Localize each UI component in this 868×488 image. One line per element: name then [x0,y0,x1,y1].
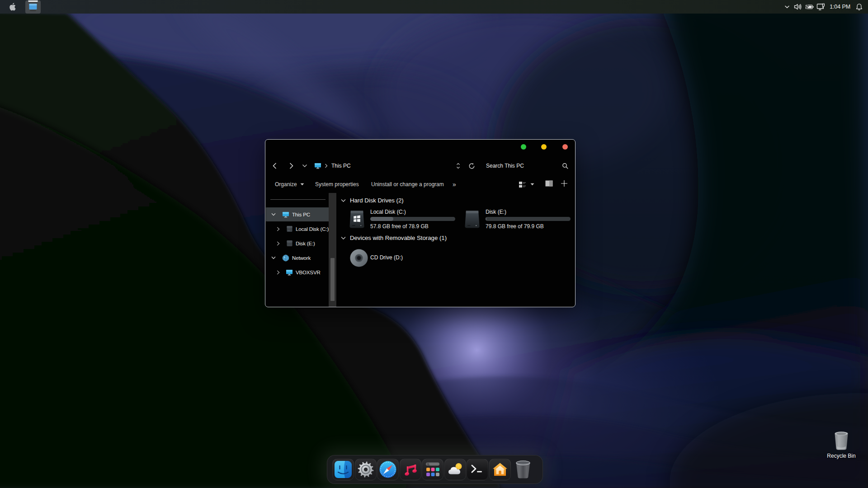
network-button[interactable] [815,0,826,14]
group-collapse-icon [341,236,346,240]
group-header-hard-disks[interactable]: Hard Disk Drives (2) [341,197,404,204]
scrollbar-thumb[interactable] [330,258,335,301]
menubar: 1:04 PM [0,0,868,14]
volume-button[interactable] [793,0,803,14]
address-dropdown-spinner[interactable] [456,163,460,169]
toolbar-overflow-button[interactable]: » [453,181,456,188]
dock-item-music[interactable] [400,459,421,480]
desktop-recycle-bin[interactable]: Recycle Bin [819,430,864,459]
clock[interactable]: 1:04 PM [826,4,854,10]
dropdown-arrow-icon [300,183,304,186]
change-view-button[interactable] [519,181,534,188]
drive-name: Disk (E:) [486,209,506,215]
hard-disk-icon [286,225,293,232]
cd-drive-icon [349,249,368,267]
dock-item-terminal[interactable] [467,459,488,480]
sidebar-item-label: Local Disk (C:) [296,226,329,232]
drive-usage-fill [486,217,486,221]
tree-expand-toggle[interactable] [271,256,276,260]
apple-icon [9,3,16,11]
battery-charging-icon [805,4,814,10]
network-pc-icon [286,269,293,276]
battery-button[interactable] [803,0,815,14]
refresh-button[interactable] [468,163,475,169]
sidebar-item-label: Network [292,255,311,261]
drive-free-space: 79.8 GB free of 79.9 GB [486,224,544,230]
tree-expand-toggle[interactable] [276,270,280,275]
navigation-pane: This PC Local Disk (C:) Disk (E:) Networ… [265,193,329,307]
dock-item-weather[interactable] [444,459,466,480]
this-pc-icon [314,163,321,169]
nav-forward-button[interactable] [288,162,295,169]
tree-item-icon [282,211,289,218]
dock-item-finder[interactable] [332,459,354,480]
organize-menu[interactable]: Organize [275,181,304,188]
taskbar-file-explorer-button[interactable] [25,0,41,14]
uninstall-program-button[interactable]: Uninstall or change a program [371,181,444,188]
drive-name: CD Drive (D:) [370,255,403,261]
location-icon [314,163,321,169]
weather-icon [446,460,465,479]
window-close-button[interactable] [562,144,568,150]
sidebar-item-label: VBOXSVR [296,270,321,275]
tree-item-icon [286,225,293,233]
drive-cd-d[interactable]: CD Drive (D:) [348,248,457,269]
group-title: Hard Disk Drives (2) [350,197,404,204]
drive-local-disk-c[interactable]: Local Disk (C:) 57.8 GB free of 78.9 GB [348,209,457,232]
window-minimize-button[interactable] [521,144,526,150]
drive-usage-bar [370,217,455,221]
drive-name: Local Disk (C:) [370,209,406,215]
breadcrumb-location[interactable]: This PC [331,163,351,169]
group-collapse-toggle[interactable] [341,236,346,240]
recycle-bin-icon [833,430,849,451]
expand-ribbon-button[interactable] [561,180,568,189]
search-button[interactable] [562,163,568,169]
window-titlebar[interactable] [265,140,575,156]
bell-icon [855,3,863,11]
apple-menu[interactable] [9,3,16,11]
tree-expand-toggle[interactable] [276,241,280,246]
group-header-removable[interactable]: Devices with Removable Storage (1) [341,235,447,241]
sidebar-item-vboxsvr[interactable]: VBOXSVR [266,265,329,279]
search-box[interactable]: Search This PC [486,163,524,169]
recent-locations-button[interactable] [302,164,307,168]
tree-item-icon [282,254,289,262]
system-properties-button[interactable]: System properties [315,181,359,188]
breadcrumb-separator [325,164,328,168]
tree-expand-toggle[interactable] [276,227,280,231]
drive-free-space: 57.8 GB free of 78.9 GB [370,224,429,230]
hard-drive-icon [464,210,481,229]
nav-back-button[interactable] [271,162,278,169]
group-collapse-toggle[interactable] [341,199,346,202]
sidebar-item-network[interactable]: Network [266,251,329,265]
collapsed-chevron-icon [277,270,280,275]
launchpad-icon [424,460,442,479]
dock-item-launchpad[interactable] [422,459,443,480]
dock-item-safari[interactable] [377,459,399,480]
sidebar-item-label: Disk (E:) [296,241,315,246]
dock [327,455,543,484]
finder-icon [334,460,352,479]
tree-expand-toggle[interactable] [271,212,276,217]
sidebar-item-local-disk-c[interactable]: Local Disk (C:) [266,222,329,236]
tree-item-icon [286,240,293,247]
command-toolbar: Organize System properties Uninstall or … [265,176,575,193]
sidebar-item-disk-e[interactable]: Disk (E:) [266,236,329,250]
chevron-down-icon [784,5,790,9]
preview-pane-button[interactable] [545,180,553,188]
collapsed-chevron-icon [277,227,280,231]
dock-item-home[interactable] [489,459,511,480]
notifications-button[interactable] [854,0,868,14]
sidebar-item-this-pc[interactable]: This PC [266,207,329,221]
dock-item-settings[interactable] [355,459,377,480]
dock-item-trash[interactable] [512,459,534,480]
volume-icon [794,3,802,10]
hard-drive-icon [349,210,365,229]
sidebar-scrollbar[interactable] [329,193,336,307]
tree-item-icon [286,269,293,276]
hidden-icons-chevron[interactable] [782,0,793,14]
recycle-bin-label: Recycle Bin [819,453,864,459]
drive-disk-e[interactable]: Disk (E:) 79.8 GB free of 79.9 GB [463,209,572,232]
window-maximize-button[interactable] [541,144,547,150]
system-tray: 1:04 PM [782,0,868,14]
